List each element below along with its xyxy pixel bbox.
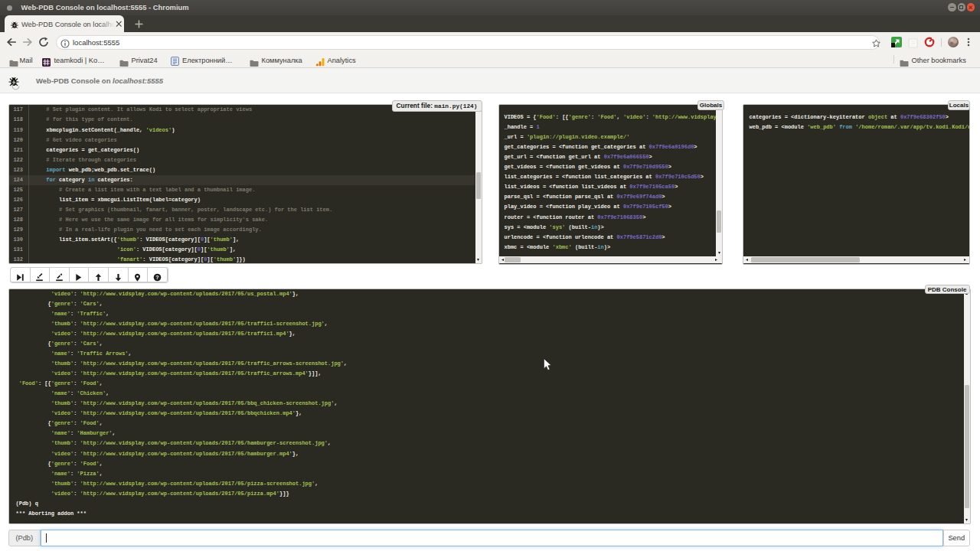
svg-text:?: ? — [155, 275, 158, 280]
